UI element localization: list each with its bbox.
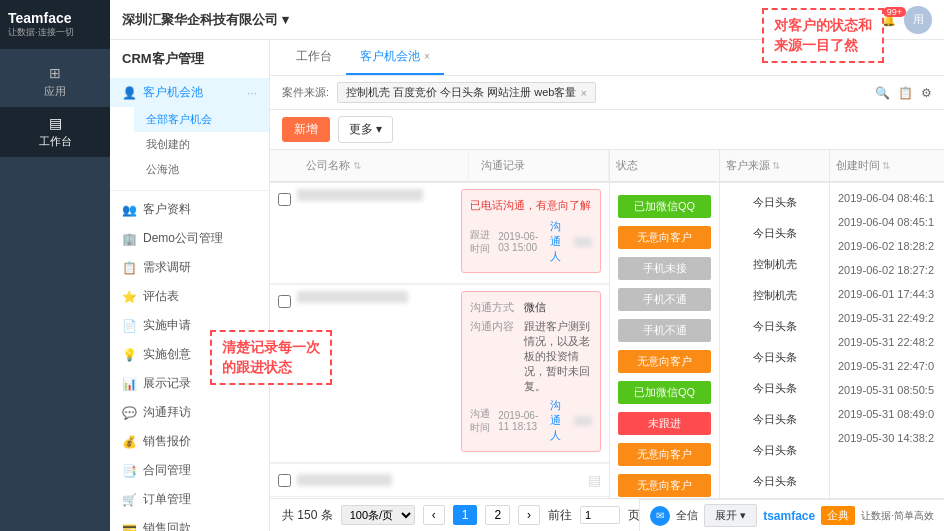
jump-label: 前往: [548, 507, 572, 524]
comm-col-label: 沟通记录: [481, 158, 525, 173]
search-icon[interactable]: 🔍: [875, 86, 890, 100]
status-badge-8[interactable]: 无意向客户: [618, 443, 711, 466]
brand-name: Teamface: [8, 10, 102, 26]
total-count: 共 150 条: [282, 507, 333, 524]
sidebar-item-customer-pool[interactable]: 👤 客户机会池 ···: [110, 78, 269, 107]
source-item-1: 今日头条: [728, 222, 821, 245]
status-badge-6[interactable]: 已加微信QQ: [618, 381, 711, 404]
source-sort-icon[interactable]: ⇅: [772, 160, 780, 171]
notification-bell[interactable]: 🔔99+: [881, 13, 896, 27]
customer-sub-menu: 全部客户机会 我创建的 公海池: [110, 107, 269, 182]
customer-icon: 👤: [122, 86, 137, 100]
left-panel: CRM客户管理 👤 客户机会池 ··· 全部客户机会 我创建的: [110, 40, 270, 531]
sidebar-item-workbench-label: 工作台: [39, 134, 72, 149]
sidebar-item-implementation[interactable]: 📄 实施申请: [110, 311, 269, 340]
demo-icon: 🏢: [122, 232, 137, 246]
new-button[interactable]: 新增: [282, 117, 330, 142]
research-label: 需求调研: [143, 259, 191, 276]
tab-customer-pool[interactable]: 客户机会池 ×: [346, 40, 444, 75]
sidebar-item-public-pool[interactable]: 公海池: [134, 157, 269, 182]
time-col-header: 创建时间 ⇅: [830, 150, 944, 183]
time-item-2: 2019-06-02 18:28:2: [838, 237, 936, 255]
sidebar-nav: ⊞ 应用 ▤ 工作台: [0, 49, 110, 165]
row-checkbox-3[interactable]: [278, 474, 291, 487]
company-cell-1: [297, 189, 455, 207]
time-col-label: 创建时间: [836, 158, 880, 173]
status-col-header: 状态: [610, 150, 719, 183]
sidebar-item-contract[interactable]: 📑 合同管理: [110, 456, 269, 485]
sidebar-item-order[interactable]: 🛒 订单管理: [110, 485, 269, 514]
filter-bar: 案件来源: 控制机壳 百度竞价 今日头条 网站注册 web客量 × 🔍 📋 ⚙: [270, 76, 944, 110]
data-row-3: ▤: [270, 464, 609, 497]
avatar[interactable]: 用: [904, 6, 932, 34]
sidebar-item-customer-info[interactable]: 👥 客户资料: [110, 195, 269, 224]
company-sort-icon[interactable]: ⇅: [353, 160, 361, 171]
time-sort-icon[interactable]: ⇅: [882, 160, 890, 171]
customer-section: 👤 客户机会池 ··· 全部客户机会 我创建的 公海池: [110, 74, 269, 186]
sidebar-item-sales-quote[interactable]: 💰 销售报价: [110, 427, 269, 456]
quote-label: 销售报价: [143, 433, 191, 450]
time-item-3: 2019-06-02 18:27:2: [838, 261, 936, 279]
export-icon[interactable]: 📋: [898, 86, 913, 100]
sidebar-item-all-customers[interactable]: 全部客户机会: [134, 107, 269, 132]
sidebar-item-demo-records[interactable]: 📊 展示记录: [110, 369, 269, 398]
row-checkbox-1[interactable]: [278, 193, 291, 206]
status-badge-4[interactable]: 手机不通: [618, 319, 711, 342]
status-column: 状态 已加微信QQ 无意向客户 手机未接 手机不通 手机不通 无意向客户 已加微…: [610, 150, 720, 498]
row-3-edit-icon[interactable]: ▤: [588, 472, 601, 488]
card-2-way: 微信: [524, 300, 592, 315]
sidebar-item-evaluation[interactable]: ⭐ 评估表: [110, 282, 269, 311]
tab-workbench[interactable]: 工作台: [282, 40, 346, 75]
avatar-text: 用: [913, 12, 924, 27]
source-item-2: 控制机壳: [728, 253, 821, 276]
prev-page-btn[interactable]: ‹: [423, 505, 445, 525]
customer-info-icon: 👥: [122, 203, 137, 217]
source-item-3: 控制机壳: [728, 284, 821, 307]
sidebar-item-impl-idea[interactable]: 💡 实施创意: [110, 340, 269, 369]
card-2-way-label: 沟通方式: [470, 300, 520, 315]
filter-tag-close[interactable]: ×: [580, 87, 586, 99]
page-jump-input[interactable]: [580, 506, 620, 524]
status-badge-5[interactable]: 无意向客户: [618, 350, 711, 373]
eval-icon: ⭐: [122, 290, 137, 304]
more-button[interactable]: 更多 ▾: [338, 116, 393, 143]
status-badge-1[interactable]: 无意向客户: [618, 226, 711, 249]
page-1-btn[interactable]: 1: [453, 505, 478, 525]
next-page-btn[interactable]: ›: [518, 505, 540, 525]
bottom-label: 全信: [676, 508, 698, 523]
order-icon: 🛒: [122, 493, 137, 507]
sidebar-item-communication[interactable]: 💬 沟通拜访: [110, 398, 269, 427]
row-checkbox-2[interactable]: [278, 295, 291, 308]
card-1-time-label: 跟进时间: [470, 228, 494, 256]
sidebar-item-my-customers[interactable]: 我创建的: [134, 132, 269, 157]
company-cards-section: 公司名称 ⇅ 沟通记录: [270, 150, 610, 498]
time-item-9: 2019-05-31 08:49:0: [838, 405, 936, 423]
impl-icon: 📄: [122, 319, 137, 333]
status-badge-9[interactable]: 无意向客户: [618, 474, 711, 497]
table-container: 公司名称 ⇅ 沟通记录: [270, 150, 944, 498]
per-page-select[interactable]: 100条/页 50条/页 20条/页: [341, 505, 415, 525]
contract-label: 合同管理: [143, 462, 191, 479]
sidebar-item-research[interactable]: 📋 需求调研: [110, 253, 269, 282]
card-1-person-blurred: [574, 237, 592, 247]
status-badge-3[interactable]: 手机不通: [618, 288, 711, 311]
sidebar-item-demo-company[interactable]: 🏢 Demo公司管理: [110, 224, 269, 253]
status-badge-2[interactable]: 手机未接: [618, 257, 711, 280]
comm-icon: 💬: [122, 406, 137, 420]
settings-icon[interactable]: ⚙: [921, 86, 932, 100]
time-item-1: 2019-06-04 08:45:1: [838, 213, 936, 231]
page-2-btn[interactable]: 2: [485, 505, 510, 525]
status-badge-0[interactable]: 已加微信QQ: [618, 195, 711, 218]
status-badge-7[interactable]: 未跟进: [618, 412, 711, 435]
company-selector[interactable]: 深圳汇聚华企科技有限公司 ▾: [122, 11, 289, 29]
sidebar-item-workbench[interactable]: ▤ 工作台: [0, 107, 110, 157]
sidebar-item-refund[interactable]: 💳 销售回款: [110, 514, 269, 531]
tab-close-icon[interactable]: ×: [424, 51, 430, 62]
time-column: 创建时间 ⇅ 2019-06-04 08:46:1 2019-06-04 08:…: [830, 150, 944, 498]
source-item-6: 今日头条: [728, 377, 821, 400]
company-col-header: 公司名称 ⇅: [294, 150, 469, 181]
sidebar-item-apps[interactable]: ⊞ 应用: [0, 57, 110, 107]
source-item-8: 今日头条: [728, 439, 821, 462]
open-button[interactable]: 展开 ▾: [704, 504, 757, 527]
customer-info-label: 客户资料: [143, 201, 191, 218]
